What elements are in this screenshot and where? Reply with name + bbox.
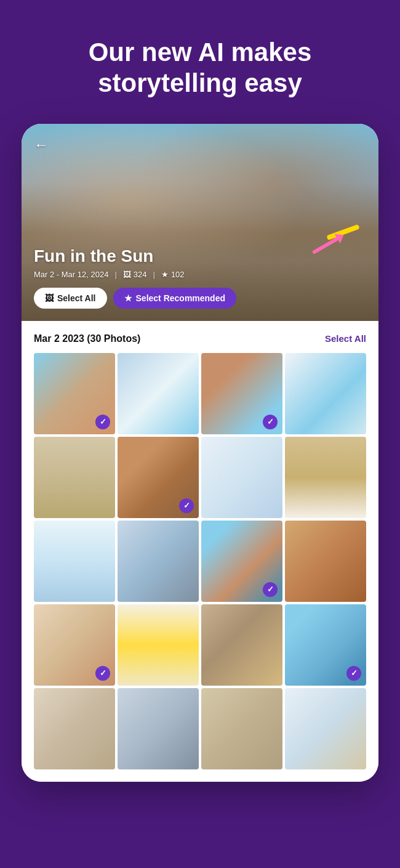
photo-cell[interactable]: ✓ [34, 604, 115, 686]
album-title: Fun in the Sun [34, 246, 366, 266]
photo-cell[interactable]: ✓ [201, 353, 282, 434]
photo-cell[interactable] [285, 437, 366, 518]
photo-cell[interactable] [118, 521, 199, 602]
photo-image [118, 521, 199, 602]
photo-cell[interactable] [34, 688, 115, 769]
select-all-button[interactable]: 🖼 Select All [34, 288, 107, 309]
photo-selected-badge: ✓ [263, 582, 278, 597]
photo-icon: 🖼 [123, 270, 131, 279]
photo-image [34, 688, 115, 769]
photo-count-icon: 🖼 324 [123, 270, 147, 279]
photo-cell[interactable]: ✓ [118, 437, 199, 518]
photo-image [285, 521, 366, 602]
photo-cell[interactable] [118, 604, 199, 686]
photo-image [118, 604, 199, 686]
gallery-section-header: Mar 2 2023 (30 Photos) Select All [34, 333, 366, 344]
photo-selected-badge: ✓ [95, 666, 110, 681]
select-all-photo-icon: 🖼 [45, 293, 54, 303]
star-recommended-icon: ★ [124, 293, 132, 303]
photo-image [201, 437, 282, 518]
photo-selected-badge: ✓ [263, 415, 278, 429]
photo-image [285, 437, 366, 518]
hero-section: Our new AI makes storytelling easy [0, 0, 400, 124]
select-buttons-group: 🖼 Select All ★ Select Recommended [34, 288, 366, 309]
photo-image [285, 353, 366, 434]
photo-cell[interactable] [118, 353, 199, 434]
album-header: ← Fun in the Sun Mar 2 - Mar 12, 2024 | … [22, 124, 378, 321]
meta-separator-2: | [153, 270, 154, 279]
gallery-select-all-button[interactable]: Select All [325, 333, 366, 344]
album-meta: Mar 2 - Mar 12, 2024 | 🖼 324 | ★ 102 [34, 270, 366, 279]
photo-image [34, 521, 115, 602]
meta-separator-1: | [114, 270, 116, 279]
photo-cell[interactable]: ✓ [34, 353, 115, 434]
photo-image [118, 688, 199, 769]
back-button[interactable]: ← [34, 136, 49, 153]
album-date-range: Mar 2 - Mar 12, 2024 [34, 270, 108, 279]
photo-cell[interactable] [118, 688, 199, 769]
photo-cell[interactable]: ✓ [285, 604, 366, 686]
photo-cell[interactable] [201, 688, 282, 769]
star-count: 102 [171, 270, 185, 279]
photo-image [118, 353, 199, 434]
gallery-section-date: Mar 2 2023 (30 Photos) [34, 333, 140, 344]
photo-cell[interactable] [201, 604, 282, 686]
select-recommended-button[interactable]: ★ Select Recommended [113, 288, 237, 309]
photo-image [285, 688, 366, 769]
photo-selected-badge: ✓ [95, 415, 110, 429]
select-all-label: Select All [57, 293, 96, 303]
select-recommended-label: Select Recommended [136, 293, 226, 303]
photo-cell[interactable] [285, 688, 366, 769]
photo-cell[interactable] [285, 353, 366, 434]
photo-cell[interactable] [34, 521, 115, 602]
photo-selected-badge: ✓ [179, 498, 194, 513]
phone-card: ← Fun in the Sun Mar 2 - Mar 12, 2024 | … [22, 124, 378, 782]
photo-cell[interactable] [285, 521, 366, 602]
photo-grid: ✓ ✓ ✓ [34, 353, 366, 769]
photo-count: 324 [134, 270, 147, 279]
star-count-icon: ★ 102 [161, 270, 185, 279]
album-info: Fun in the Sun Mar 2 - Mar 12, 2024 | 🖼 … [22, 234, 378, 321]
photo-cell[interactable] [34, 437, 115, 518]
photo-selected-badge: ✓ [346, 666, 361, 681]
gallery-section: Mar 2 2023 (30 Photos) Select All ✓ ✓ [22, 321, 378, 782]
star-icon: ★ [161, 270, 169, 279]
photo-cell[interactable] [201, 437, 282, 518]
photo-image [201, 604, 282, 686]
photo-cell[interactable]: ✓ [201, 521, 282, 602]
photo-image [34, 437, 115, 518]
hero-title: Our new AI makes storytelling easy [18, 37, 382, 99]
photo-image [201, 688, 282, 769]
